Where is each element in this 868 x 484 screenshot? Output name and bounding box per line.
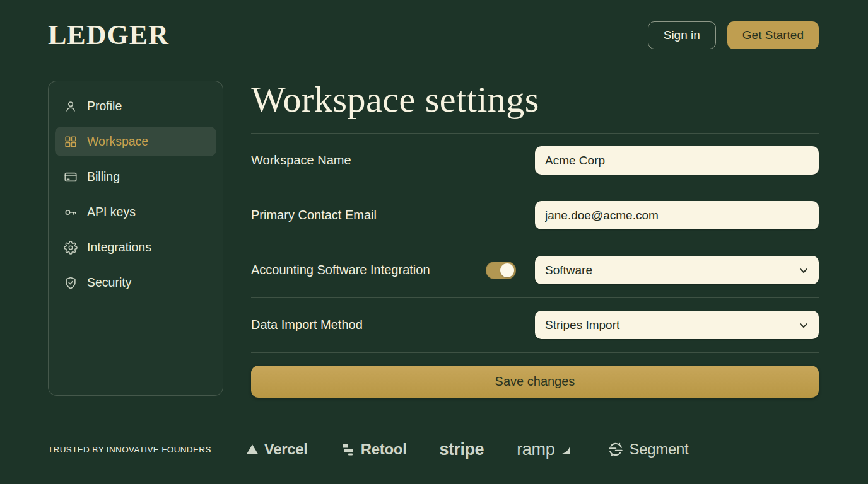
shield-check-icon [64,276,78,290]
sidebar-item-workspace[interactable]: Workspace [55,127,216,156]
sidebar-item-billing[interactable]: Billing [55,162,216,192]
key-icon [64,205,78,219]
workspace-settings-form: Workspace Name Primary Contact Email Acc… [251,133,819,353]
sidebar-item-profile[interactable]: Profile [55,91,216,121]
footer: TRUSTED BY INNOVATIVE FOUNDERS Vercel Re… [0,417,868,482]
selected-option: Software [545,263,592,277]
sign-in-button[interactable]: Sign in [648,21,716,49]
settings-content: Workspace settings Workspace Name Primar… [251,81,819,398]
header-actions: Sign in Get Started [648,21,819,49]
brand-logo: LEDGER [48,21,169,49]
primary-contact-email-label: Primary Contact Email [251,208,377,222]
save-changes-button[interactable]: Save changes [251,366,819,398]
segment-wordmark: Segment [629,441,688,458]
sidebar-item-label: API keys [87,205,136,219]
user-icon [64,100,78,113]
sidebar-item-integrations[interactable]: Integrations [55,233,216,262]
ramp-swoosh-icon [560,442,575,457]
settings-sidebar: Profile Workspace Billing API keys Integ… [48,81,223,396]
retool-blocks-icon [341,442,356,457]
data-import-method-select[interactable]: Stripes Import [535,311,819,339]
primary-contact-email-input[interactable] [535,201,819,229]
sidebar-item-security[interactable]: Security [55,268,216,297]
retool-logo: Retool [341,441,407,458]
sidebar-item-label: Security [87,275,131,290]
segment-logo: Segment [607,441,688,458]
accounting-integration-label: Accounting Software Integration [251,263,430,277]
form-row-data-import-method: Data Import Method Stripes Import [251,298,819,353]
sidebar-item-label: Billing [87,170,120,184]
workspace-name-input[interactable] [535,146,819,175]
trusted-by-text: TRUSTED BY INNOVATIVE FOUNDERS [48,445,211,454]
main-layout: Profile Workspace Billing API keys Integ… [0,81,868,398]
accounting-software-select[interactable]: Software [535,256,819,284]
chevron-down-icon [797,264,810,277]
segment-icon [607,441,624,458]
retool-wordmark: Retool [361,441,407,458]
stripe-logo: stripe [440,440,484,459]
gear-icon [64,241,78,255]
accounting-integration-toggle[interactable] [486,262,516,279]
top-navbar: LEDGER Sign in Get Started [0,0,868,49]
grid-icon [64,135,78,149]
form-row-primary-contact-email: Primary Contact Email [251,188,819,243]
form-row-accounting-integration: Accounting Software Integration Software [251,243,819,298]
vercel-wordmark: Vercel [264,441,308,458]
sidebar-item-label: Profile [87,99,122,113]
ramp-wordmark: ramp [517,440,554,459]
sidebar-item-label: Integrations [87,240,151,255]
sidebar-item-label: Workspace [87,134,148,149]
vercel-logo: Vercel [245,441,308,458]
credit-card-icon [64,170,78,184]
data-import-method-label: Data Import Method [251,318,363,332]
sidebar-item-api-keys[interactable]: API keys [55,197,216,227]
page-title: Workspace settings [251,81,819,119]
ramp-logo: ramp [517,440,575,459]
vercel-triangle-icon [245,442,259,456]
workspace-name-label: Workspace Name [251,153,351,168]
form-row-workspace-name: Workspace Name [251,134,819,188]
stripe-wordmark: stripe [440,440,484,459]
selected-option: Stripes Import [545,318,619,332]
chevron-down-icon [797,319,810,331]
get-started-button[interactable]: Get Started [727,21,819,49]
partner-logo-strip: Vercel Retool stripe ramp Segment [245,440,689,459]
toggle-knob [500,263,514,277]
